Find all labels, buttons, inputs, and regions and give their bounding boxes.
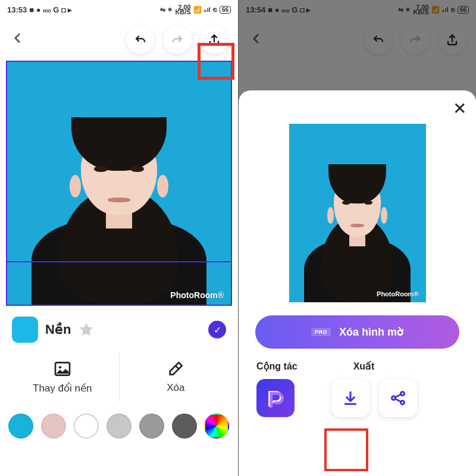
background-color-swatch xyxy=(12,317,38,343)
change-background-tile[interactable]: Thay đổi nền xyxy=(6,352,119,402)
close-icon[interactable]: ✕ xyxy=(453,99,466,118)
redo-button[interactable] xyxy=(163,26,192,54)
photo-canvas[interactable]: PhotoRoom® xyxy=(6,61,232,306)
background-color-picker xyxy=(0,402,238,444)
export-bottom-sheet: ✕ PhotoRoom® PRO Xóa hình mờ xyxy=(239,90,476,476)
pro-badge: PRO xyxy=(311,328,331,336)
collab-photoroom-tile[interactable] xyxy=(256,379,295,417)
tile-label: Xóa xyxy=(167,382,184,394)
left-screenshot: 13:53 ■ ● mo G ◘ ▸ ⇋ ✶ 2,00 KB/S 📶 ₊ıl ⎋… xyxy=(0,0,238,476)
svg-point-1 xyxy=(59,366,61,368)
image-icon xyxy=(53,359,72,378)
remove-watermark-label: Xóa hình mờ xyxy=(339,325,403,339)
color-option[interactable] xyxy=(8,414,33,439)
share-button[interactable] xyxy=(379,379,417,417)
favorite-icon[interactable] xyxy=(78,321,95,338)
back-button[interactable] xyxy=(10,30,25,49)
highlight-download-button xyxy=(324,428,368,471)
eraser-icon xyxy=(166,359,185,378)
undo-button[interactable] xyxy=(126,26,155,54)
color-option[interactable] xyxy=(172,414,197,439)
portrait-subject xyxy=(299,138,416,302)
background-layer-row[interactable]: Nền ✓ xyxy=(0,306,238,350)
color-option[interactable] xyxy=(139,414,164,439)
crop-guide-line xyxy=(7,261,231,262)
layer-selected-check-icon: ✓ xyxy=(208,321,226,339)
color-picker-rainbow[interactable] xyxy=(204,414,229,439)
editor-toolbar xyxy=(0,19,238,61)
watermark-text: PhotoRoom® xyxy=(377,290,418,298)
watermark-text: PhotoRoom® xyxy=(170,290,224,300)
color-option[interactable] xyxy=(41,414,66,439)
photoroom-logo-icon xyxy=(264,387,287,409)
clock: 13:53 xyxy=(7,5,27,14)
export-preview: PhotoRoom® xyxy=(289,124,426,302)
remove-watermark-button[interactable]: PRO Xóa hình mờ xyxy=(255,315,459,349)
download-icon xyxy=(342,389,359,407)
color-option[interactable] xyxy=(74,414,99,439)
export-section-title: Xuất xyxy=(353,361,375,372)
portrait-subject xyxy=(24,82,214,305)
erase-tile[interactable]: Xóa xyxy=(119,352,233,402)
collab-section-title: Cộng tác xyxy=(256,361,298,372)
color-option[interactable] xyxy=(107,414,131,439)
export-button[interactable] xyxy=(200,26,228,54)
download-button[interactable] xyxy=(331,379,369,417)
tile-label: Thay đổi nền xyxy=(33,382,92,394)
statusbar: 13:53 ■ ● mo G ◘ ▸ ⇋ ✶ 2,00 KB/S 📶 ₊ıl ⎋… xyxy=(0,0,238,19)
layer-label: Nền xyxy=(45,322,71,337)
share-icon xyxy=(389,389,407,407)
right-screenshot: 13:54 ■ ● mo G ◘ ▸ ⇋ ✶ 7,00 KB/S 📶 ₊ıl ⎋… xyxy=(238,0,476,476)
